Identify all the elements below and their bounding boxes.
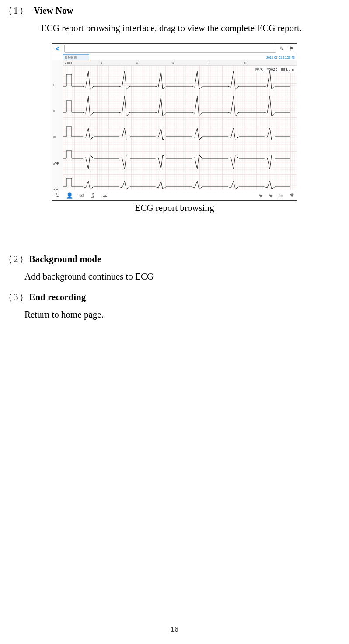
time-tick: 3: [171, 60, 206, 65]
lead-row: I: [52, 66, 297, 93]
ecg-trace-icon: [63, 66, 290, 93]
section-1-number: （1）: [3, 5, 29, 16]
title-input[interactable]: [64, 45, 276, 53]
edit-icon[interactable]: ✎: [279, 46, 284, 52]
clip-chip[interactable]: 剪切留言: [63, 54, 89, 60]
time-tick: 5: [242, 60, 278, 65]
lead-row: III: [52, 119, 297, 145]
section-3-heading: （3）End recording: [3, 291, 346, 303]
section-2-body: Add background continues to ECG: [3, 271, 346, 282]
lead-label: aVR: [53, 162, 62, 165]
time-tick: 4: [206, 60, 242, 65]
section-3-body: Return to home page.: [3, 309, 346, 320]
pulse-icon[interactable]: ⩙: [279, 193, 284, 198]
section-1-heading: （1） View Now: [3, 4, 346, 17]
back-button[interactable]: <: [52, 44, 63, 54]
lead-label: aVL: [53, 188, 62, 190]
lead-label: III: [53, 136, 62, 139]
ecg-app-window: < ✎ ⚑ 剪切留言 2016-07-01 15:30:43 0 sec 1 2…: [52, 43, 297, 201]
section-3-number: （3）: [3, 292, 29, 302]
chevron-left-icon: <: [56, 45, 59, 53]
timestamp-label: 2016-07-01 15:30:43: [265, 54, 297, 60]
refresh-icon[interactable]: ↻: [55, 192, 60, 199]
section-3-title: End recording: [29, 292, 86, 302]
ecg-trace-icon: [63, 172, 290, 190]
time-ruler: 0 sec 1 2 3 4 5: [63, 60, 297, 66]
cloud-icon[interactable]: ☁: [102, 192, 108, 199]
figure-caption: ECG report browsing: [52, 203, 297, 214]
topbar-icons: ✎ ⚑: [277, 44, 297, 54]
user-icon[interactable]: 👤: [66, 192, 73, 199]
ecg-trace-icon: [63, 119, 290, 145]
ecg-figure: < ✎ ⚑ 剪切留言 2016-07-01 15:30:43 0 sec 1 2…: [52, 43, 297, 214]
ecg-trace-icon: [63, 145, 290, 172]
zoom-in-icon[interactable]: ⊕: [269, 192, 273, 198]
zoom-out-icon[interactable]: ⊖: [259, 192, 263, 198]
settings-icon[interactable]: ✱: [290, 192, 294, 198]
print-icon[interactable]: 🖨: [90, 192, 96, 199]
page-number: 16: [0, 626, 349, 634]
ecg-trace-icon: [63, 93, 290, 119]
lead-row: aVR: [52, 145, 297, 172]
lead-label: I: [53, 83, 62, 86]
ecg-topbar: < ✎ ⚑: [52, 44, 297, 54]
ecg-grid[interactable]: 0 sec 1 2 3 4 5 匿名 . #0029 . 86 bpm I II: [52, 60, 297, 190]
clip-chip-label: 剪切留言: [65, 55, 77, 60]
section-1-description: ECG report browsing interface, drag to v…: [3, 23, 346, 34]
lead-row: II: [52, 93, 297, 119]
section-2-title: Background mode: [29, 254, 101, 264]
section-2-heading: （2）Background mode: [3, 253, 346, 265]
spacer: [89, 54, 265, 60]
mail-icon[interactable]: ✉: [79, 192, 84, 199]
lead-row: aVL: [52, 172, 297, 190]
section-2-number: （2）: [3, 254, 29, 264]
flag-icon[interactable]: ⚑: [289, 46, 294, 52]
ecg-info-row: 剪切留言 2016-07-01 15:30:43: [52, 54, 297, 60]
ecg-bottombar: ↻ 👤 ✉ 🖨 ☁ ⊖ ⊕ ⩙ ✱: [52, 190, 297, 200]
section-1-title: View Now: [34, 5, 73, 16]
time-tick: 1: [99, 60, 135, 65]
lead-label: II: [53, 109, 62, 112]
time-tick: 0 sec: [63, 60, 99, 65]
time-tick: 2: [135, 60, 171, 65]
